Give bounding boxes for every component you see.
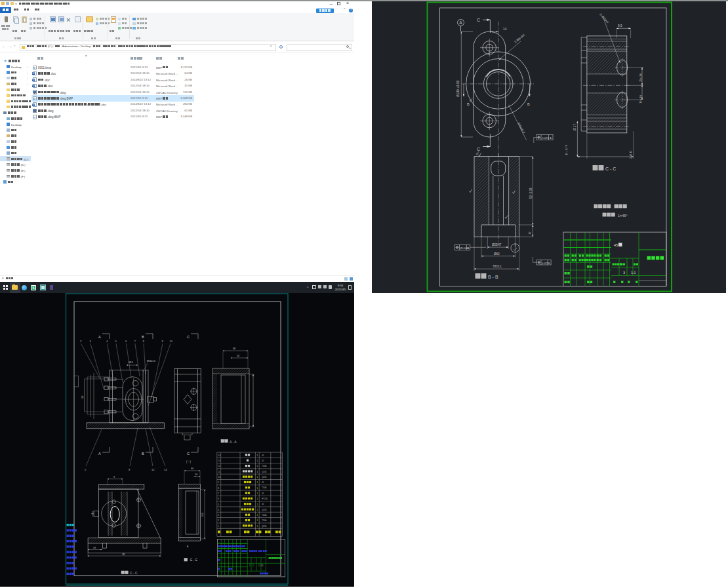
svg-text:E - E: E - E — [190, 558, 198, 562]
svg-text:1: 1 — [256, 471, 258, 473]
svg-text:8: 8 — [129, 468, 131, 471]
svg-text:12: 12 — [528, 231, 531, 235]
svg-text:Ø25H7: Ø25H7 — [492, 243, 502, 246]
svg-text:12: 12 — [152, 468, 155, 471]
svg-text:B: B — [467, 102, 470, 106]
svg-text:B: B — [527, 102, 530, 106]
svg-text:1: 1 — [256, 492, 258, 495]
svg-text:9.5: 9.5 — [618, 24, 622, 28]
svg-text:3: 3 — [218, 514, 219, 517]
svg-text:HT200: HT200 — [262, 498, 268, 500]
svg-text:52 -0.08: 52 -0.08 — [529, 187, 533, 199]
svg-text:2: 2 — [80, 340, 82, 343]
svg-text:1: 1 — [256, 487, 258, 490]
svg-text:1: 1 — [256, 514, 258, 517]
svg-text:2-Ø15H7: 2-Ø15H7 — [599, 12, 609, 24]
svg-text:B: B — [142, 335, 144, 339]
svg-text:E: E — [187, 545, 189, 548]
svg-text:14: 14 — [218, 454, 220, 457]
svg-text:40: 40 — [191, 467, 193, 470]
svg-text:10: 10 — [218, 476, 220, 479]
svg-text:162: 162 — [201, 513, 204, 517]
svg-text:45: 45 — [262, 481, 264, 484]
svg-text:1×45°: 1×45° — [618, 214, 628, 218]
svg-text:11 +0.75: 11 +0.75 — [565, 144, 568, 155]
svg-text:8: 8 — [143, 340, 145, 343]
svg-text:1: 1 — [256, 465, 258, 467]
svg-text:14: 14 — [503, 28, 507, 31]
svg-text:7: 7 — [218, 492, 219, 495]
svg-text:B: B — [548, 262, 550, 265]
svg-text:A - A: A - A — [230, 440, 237, 444]
svg-text:12: 12 — [218, 465, 220, 467]
svg-text:6: 6 — [218, 498, 219, 500]
svg-text:1: 1 — [256, 509, 258, 511]
svg-text:A: A — [459, 20, 462, 25]
svg-text:( - ): ( - ) — [186, 460, 191, 463]
svg-text:78±0.1: 78±0.1 — [493, 265, 502, 268]
svg-text:1: 1 — [256, 519, 258, 522]
svg-text:9: 9 — [162, 340, 164, 343]
svg-text:10: 10 — [170, 340, 173, 343]
svg-text:C - C: C - C — [130, 571, 138, 575]
svg-text:5: 5 — [218, 503, 219, 506]
svg-text:1: 1 — [256, 476, 258, 479]
svg-text:38: 38 — [122, 553, 125, 556]
svg-text:C: C — [187, 335, 190, 339]
svg-text:C: C — [187, 452, 190, 456]
svg-text:R44±0.2: R44±0.2 — [517, 122, 525, 134]
svg-text:1: 1 — [256, 525, 258, 528]
svg-text:T10A: T10A — [262, 486, 266, 489]
svg-text:8: 8 — [218, 487, 219, 490]
svg-text:1:1: 1:1 — [631, 271, 636, 275]
svg-text:Ø60: Ø60 — [494, 252, 500, 256]
svg-text:B - B: B - B — [488, 275, 498, 279]
svg-text:1: 1 — [256, 460, 258, 462]
svg-text:0.025: 0.025 — [542, 262, 548, 265]
svg-text:4: 4 — [106, 340, 108, 343]
svg-text:15±.18: 15±.18 — [639, 73, 642, 82]
svg-text:10: 10 — [195, 473, 197, 476]
svg-text:11: 11 — [218, 471, 220, 473]
svg-text:5: 5 — [115, 340, 117, 343]
svg-text:120: 120 — [81, 395, 84, 399]
svg-text:A: A — [550, 136, 552, 140]
svg-text:M14: M14 — [129, 361, 133, 364]
svg-text:1: 1 — [256, 498, 258, 500]
svg-text:1: 1 — [256, 481, 258, 484]
svg-text:1: 1 — [218, 525, 219, 528]
svg-text:1:1: 1:1 — [260, 564, 264, 567]
svg-text:2: 2 — [85, 468, 87, 471]
svg-text:20: 20 — [237, 355, 239, 357]
svg-text:T10A: T10A — [262, 519, 266, 522]
svg-text:Q235: Q235 — [262, 509, 267, 511]
svg-text:A: A — [98, 335, 101, 339]
svg-text:A: A — [98, 452, 101, 456]
svg-text:13: 13 — [218, 460, 220, 462]
svg-text:45: 45 — [262, 492, 264, 495]
svg-text:T10A: T10A — [262, 465, 266, 467]
svg-text:3: 3 — [89, 340, 91, 343]
svg-text:Ø100 +0.09: Ø100 +0.09 — [456, 80, 460, 97]
svg-text:B: B — [142, 452, 144, 456]
svg-text:7: 7 — [134, 340, 136, 343]
svg-text:1: 1 — [256, 454, 258, 457]
svg-text:9: 9 — [113, 476, 115, 479]
svg-text:1: 1 — [256, 503, 258, 506]
svg-text:C: C — [477, 18, 480, 22]
svg-text:Q235: Q235 — [262, 476, 267, 479]
svg-text:T10A: T10A — [262, 514, 266, 517]
svg-text:C - C: C - C — [605, 167, 616, 171]
svg-text:9: 9 — [218, 481, 219, 484]
svg-text:14: 14 — [164, 468, 167, 471]
svg-text:3: 3 — [623, 271, 625, 275]
svg-text:A: A — [468, 246, 470, 250]
svg-text:4: 4 — [218, 509, 219, 511]
svg-text:45: 45 — [262, 454, 264, 457]
svg-text:Q235: Q235 — [262, 471, 267, 473]
svg-text:45: 45 — [262, 503, 264, 505]
svg-text:6: 6 — [125, 340, 127, 343]
svg-text:2-Ø 11: 2-Ø 11 — [629, 150, 632, 159]
svg-text:45: 45 — [262, 460, 264, 462]
svg-text:68: 68 — [233, 347, 235, 350]
